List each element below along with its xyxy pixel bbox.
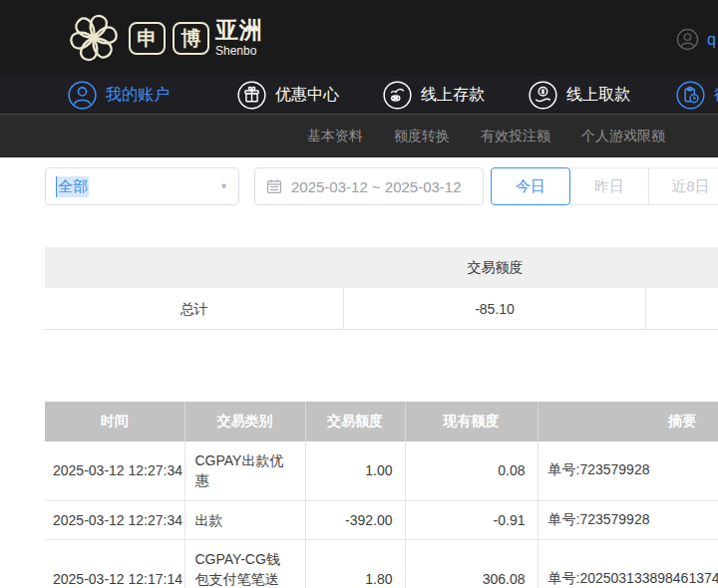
cell-type: CGPAY-CG钱包支付笔笔送优惠 bbox=[184, 539, 305, 588]
subnav-item-valid-bets[interactable]: 有效投注额 bbox=[481, 128, 550, 146]
nav-label: 线上取款 bbox=[566, 85, 630, 106]
cell-memo: 单号:723579928 bbox=[538, 500, 718, 539]
cell-memo: 单号:202503133898461374 bbox=[538, 539, 718, 588]
cell-time: 2025-03-12 12:27:34 bbox=[45, 441, 184, 500]
logo-char-shen: 申 bbox=[129, 22, 166, 55]
date-range-input[interactable]: 2025-03-12 ~ 2025-03-12 bbox=[254, 167, 484, 205]
summary-header-row: 交易额度 bbox=[45, 247, 718, 288]
nav-label: 优惠中心 bbox=[275, 85, 339, 106]
logo-char-bo: 博 bbox=[173, 22, 209, 55]
cell-balance: 0.08 bbox=[405, 441, 538, 500]
cell-time: 2025-03-12 12:17:14 bbox=[45, 539, 184, 588]
summary-total-value: -85.10 bbox=[344, 288, 646, 330]
user-account-area[interactable]: q bbox=[676, 28, 716, 51]
nav-label: 往来 bbox=[714, 85, 718, 106]
col-header-type: 交易类别 bbox=[184, 402, 305, 441]
flower-logo-icon bbox=[66, 10, 122, 66]
cell-amount: 1.80 bbox=[305, 539, 405, 588]
yesterday-button[interactable]: 昨日 bbox=[569, 167, 649, 205]
nav-label: 线上存款 bbox=[421, 85, 485, 106]
subnav-item-basic-info[interactable]: 基本资料 bbox=[307, 128, 363, 146]
cell-balance: -0.91 bbox=[405, 500, 538, 539]
col-header-balance: 现有额度 bbox=[405, 402, 538, 441]
logo-region-text: 亚洲 bbox=[215, 19, 263, 42]
nav-item-promotions[interactable]: 优惠中心 bbox=[237, 81, 339, 110]
table-row: 2025-03-12 12:27:34 出款 -392.00 -0.91 单号:… bbox=[45, 500, 718, 539]
logo-region: 亚洲 Shenbo bbox=[215, 19, 263, 57]
gift-icon bbox=[237, 81, 266, 110]
filter-bar: 全部 ▼ 2025-03-12 ~ 2025-03-12 今日 昨日 近8日 bbox=[0, 157, 718, 247]
table-header-row: 时间 交易类别 交易额度 现有额度 摘要 bbox=[45, 402, 718, 441]
cell-amount: -392.00 bbox=[305, 500, 405, 539]
type-select[interactable]: 全部 ▼ bbox=[45, 167, 239, 205]
summary-header-amount: 交易额度 bbox=[344, 259, 646, 277]
col-header-amount: 交易额度 bbox=[305, 402, 405, 441]
cell-balance: 306.08 bbox=[405, 539, 538, 588]
transactions-table: 时间 交易类别 交易额度 现有额度 摘要 2025-03-12 12:27:34… bbox=[45, 402, 718, 588]
table-row: 2025-03-12 12:27:34 CGPAY出款优惠 1.00 0.08 … bbox=[45, 441, 718, 500]
date-range-value: 2025-03-12 ~ 2025-03-12 bbox=[291, 178, 462, 195]
col-header-memo: 摘要 bbox=[538, 402, 718, 441]
summary-total-label: 总计 bbox=[45, 288, 344, 330]
col-header-time: 时间 bbox=[45, 402, 184, 441]
cell-type: CGPAY出款优惠 bbox=[184, 441, 305, 500]
cell-memo: 单号:723579928 bbox=[538, 441, 718, 500]
username-text[interactable]: q bbox=[707, 31, 716, 49]
last-8-days-button[interactable]: 近8日 bbox=[648, 167, 718, 205]
calendar-icon bbox=[266, 178, 282, 194]
today-button[interactable]: 今日 bbox=[491, 167, 570, 205]
subnav-item-game-limits[interactable]: 个人游戏限额 bbox=[581, 128, 665, 146]
nav-item-online-deposit[interactable]: 线上存款 bbox=[383, 81, 485, 110]
avatar-icon bbox=[676, 28, 699, 51]
main-nav: 我的账户 优惠中心 线上存款 bbox=[0, 76, 718, 114]
records-icon bbox=[676, 81, 705, 110]
summary-empty-cell bbox=[646, 288, 718, 330]
table-row: 2025-03-12 12:17:14 CGPAY-CG钱包支付笔笔送优惠 1.… bbox=[45, 539, 718, 588]
deposit-icon bbox=[383, 81, 412, 110]
caret-down-icon: ▼ bbox=[219, 181, 228, 191]
cell-amount: 1.00 bbox=[305, 441, 405, 500]
top-header: 申 博 亚洲 Shenbo q bbox=[0, 0, 718, 76]
summary-total-row: 总计 -85.10 bbox=[45, 288, 718, 330]
quick-date-buttons: 今日 昨日 近8日 bbox=[491, 167, 718, 205]
logo-subtitle: Shenbo bbox=[215, 45, 263, 57]
page: 申 博 亚洲 Shenbo q 我的账户 bbox=[0, 0, 718, 588]
summary-table: 交易额度 总计 -85.10 bbox=[45, 247, 718, 330]
cell-type: 出款 bbox=[184, 500, 305, 539]
withdraw-icon bbox=[529, 81, 557, 110]
sub-nav: 基本资料 额度转换 有效投注额 个人游戏限额 bbox=[0, 114, 718, 157]
nav-label: 我的账户 bbox=[106, 85, 170, 106]
cell-time: 2025-03-12 12:27:34 bbox=[45, 500, 184, 539]
nav-item-transactions[interactable]: 往来 bbox=[676, 81, 718, 110]
nav-item-online-withdraw[interactable]: 线上取款 bbox=[529, 81, 630, 110]
nav-item-my-account[interactable]: 我的账户 bbox=[68, 81, 170, 110]
subnav-item-credit-transfer[interactable]: 额度转换 bbox=[394, 128, 450, 146]
brand-logo[interactable]: 申 博 亚洲 Shenbo bbox=[66, 10, 263, 66]
type-select-value: 全部 bbox=[57, 176, 89, 197]
user-icon bbox=[68, 81, 97, 110]
